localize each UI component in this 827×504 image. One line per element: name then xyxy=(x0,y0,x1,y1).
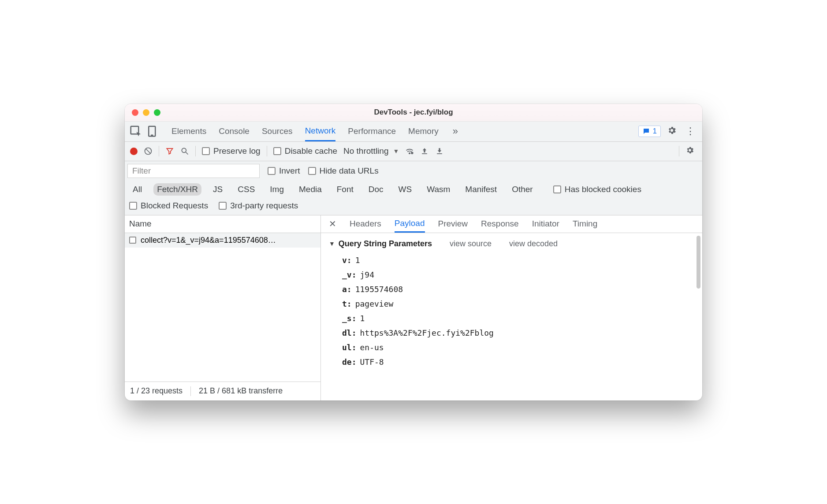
type-js[interactable]: JS xyxy=(209,183,226,196)
type-manifest[interactable]: Manifest xyxy=(462,183,500,196)
close-detail-icon[interactable]: ✕ xyxy=(329,219,336,229)
param-row: de:UTF-8 xyxy=(342,355,694,369)
param-row: ul:en-us xyxy=(342,340,694,355)
detail-tabs: ✕ Headers Payload Preview Response Initi… xyxy=(321,215,702,233)
invert-label: Invert xyxy=(279,166,300,176)
view-decoded-link[interactable]: view decoded xyxy=(509,239,558,248)
preserve-log-checkbox[interactable]: Preserve log xyxy=(202,146,261,156)
divider xyxy=(159,146,159,156)
has-blocked-cookies-label: Has blocked cookies xyxy=(565,185,641,194)
request-list: collect?v=1&_v=j94&a=1195574608… xyxy=(125,233,320,382)
third-party-label: 3rd-party requests xyxy=(230,201,298,211)
param-value: 1 xyxy=(360,314,365,323)
divider xyxy=(267,146,267,156)
panel-tabs: Elements Console Sources Network Perform… xyxy=(171,122,460,141)
type-media[interactable]: Media xyxy=(295,183,325,196)
close-window-button[interactable] xyxy=(132,109,138,116)
invert-checkbox[interactable]: Invert xyxy=(268,166,300,176)
params-list: v:1 _v:j94 a:1195574608 t:pageview _s:1 … xyxy=(329,253,694,369)
filter-bar: Invert Hide data URLs xyxy=(125,161,702,181)
blocked-requests-checkbox[interactable]: Blocked Requests xyxy=(129,201,208,211)
minimize-window-button[interactable] xyxy=(143,109,149,116)
divider xyxy=(679,146,679,156)
svg-point-7 xyxy=(409,153,410,154)
disable-cache-label: Disable cache xyxy=(285,146,337,156)
param-row: v:1 xyxy=(342,253,694,267)
filter-bar-extra: Blocked Requests 3rd-party requests xyxy=(125,198,702,215)
inspect-element-icon[interactable] xyxy=(129,125,142,138)
type-ws[interactable]: WS xyxy=(395,183,416,196)
type-fetch-xhr[interactable]: Fetch/XHR xyxy=(153,183,201,196)
type-all[interactable]: All xyxy=(129,183,145,196)
param-key: _v: xyxy=(342,270,357,279)
detail-tab-payload[interactable]: Payload xyxy=(395,215,425,233)
devtools-window: DevTools - jec.fyi/blog Elements Console… xyxy=(125,104,702,400)
param-key: de: xyxy=(342,357,357,367)
type-img[interactable]: Img xyxy=(266,183,287,196)
svg-line-4 xyxy=(146,149,150,153)
more-menu-icon[interactable]: ⋮ xyxy=(683,126,698,137)
record-button[interactable] xyxy=(130,148,138,155)
issues-badge[interactable]: 1 xyxy=(638,126,661,137)
svg-point-5 xyxy=(182,148,186,152)
section-toggle[interactable]: ▼ Query String Parameters xyxy=(329,239,432,248)
param-row: _v:j94 xyxy=(342,267,694,282)
throttling-select[interactable]: No throttling ▼ xyxy=(343,146,399,156)
tab-sources[interactable]: Sources xyxy=(262,122,293,141)
type-wasm[interactable]: Wasm xyxy=(423,183,454,196)
disable-cache-checkbox[interactable]: Disable cache xyxy=(273,146,337,156)
param-key: _s: xyxy=(342,314,357,323)
download-har-icon[interactable] xyxy=(435,147,444,156)
detail-tab-response[interactable]: Response xyxy=(481,215,519,233)
status-transfer: 21 B / 681 kB transferre xyxy=(199,386,283,396)
settings-gear-icon[interactable] xyxy=(664,126,679,137)
type-css[interactable]: CSS xyxy=(234,183,258,196)
section-header: ▼ Query String Parameters view source vi… xyxy=(329,239,694,248)
detail-tab-headers[interactable]: Headers xyxy=(350,215,381,233)
network-settings-gear-icon[interactable] xyxy=(683,146,697,157)
tab-network[interactable]: Network xyxy=(305,122,336,141)
detail-tab-initiator[interactable]: Initiator xyxy=(532,215,559,233)
chevron-down-icon: ▼ xyxy=(393,148,399,155)
tab-elements[interactable]: Elements xyxy=(171,122,206,141)
divider xyxy=(190,386,191,396)
filter-input[interactable] xyxy=(127,164,260,178)
window-title: DevTools - jec.fyi/blog xyxy=(125,108,702,117)
type-font[interactable]: Font xyxy=(333,183,357,196)
type-doc[interactable]: Doc xyxy=(365,183,387,196)
has-blocked-cookies-checkbox[interactable]: Has blocked cookies xyxy=(553,185,641,194)
tab-console[interactable]: Console xyxy=(219,122,250,141)
detail-tab-preview[interactable]: Preview xyxy=(438,215,468,233)
param-row: a:1195574608 xyxy=(342,282,694,296)
type-other[interactable]: Other xyxy=(508,183,536,196)
tab-performance[interactable]: Performance xyxy=(348,122,396,141)
clear-button[interactable] xyxy=(144,147,153,156)
detail-tab-timing[interactable]: Timing xyxy=(573,215,597,233)
param-value: j94 xyxy=(360,270,375,279)
param-key: a: xyxy=(342,285,352,294)
status-footer: 1 / 23 requests 21 B / 681 kB transferre xyxy=(125,382,320,400)
traffic-lights xyxy=(132,109,160,116)
request-name: collect?v=1&_v=j94&a=1195574608… xyxy=(141,236,276,245)
request-row[interactable]: collect?v=1&_v=j94&a=1195574608… xyxy=(125,233,320,248)
device-toolbar-icon[interactable] xyxy=(146,125,159,138)
request-list-pane: Name collect?v=1&_v=j94&a=1195574608… 1 … xyxy=(125,215,321,400)
view-source-link[interactable]: view source xyxy=(450,239,492,248)
param-key: dl: xyxy=(342,328,357,337)
column-header-name[interactable]: Name xyxy=(125,215,320,233)
network-conditions-icon[interactable] xyxy=(405,147,414,156)
third-party-checkbox[interactable]: 3rd-party requests xyxy=(219,201,298,211)
param-row: _s:1 xyxy=(342,311,694,326)
param-row: t:pageview xyxy=(342,296,694,311)
search-icon[interactable] xyxy=(180,147,189,156)
filter-funnel-icon[interactable] xyxy=(165,147,174,156)
upload-har-icon[interactable] xyxy=(420,147,429,156)
scrollbar[interactable] xyxy=(697,236,700,289)
detail-pane: ✕ Headers Payload Preview Response Initi… xyxy=(321,215,702,400)
tab-memory[interactable]: Memory xyxy=(408,122,439,141)
param-value: UTF-8 xyxy=(360,357,384,367)
maximize-window-button[interactable] xyxy=(154,109,160,116)
hide-data-urls-checkbox[interactable]: Hide data URLs xyxy=(308,166,379,176)
svg-rect-10 xyxy=(437,153,442,154)
more-tabs-chevron-icon[interactable]: » xyxy=(451,126,460,137)
